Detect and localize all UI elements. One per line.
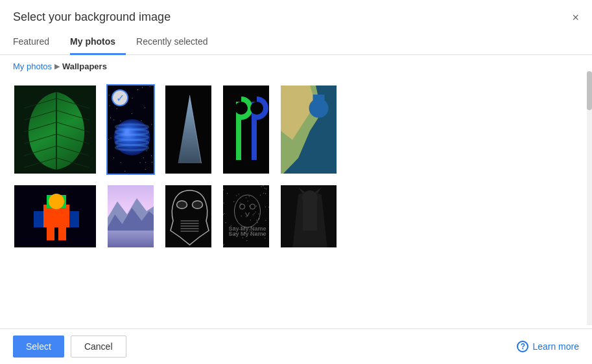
image-thumb-5[interactable]: [279, 84, 338, 175]
image-thumb-8[interactable]: [164, 184, 213, 249]
help-icon: ?: [517, 341, 528, 352]
breadcrumb-parent[interactable]: My photos: [13, 62, 52, 71]
image-thumb-7[interactable]: [106, 184, 155, 249]
image-thumb-10[interactable]: [279, 184, 338, 249]
breadcrumb-separator: ▶: [54, 62, 60, 71]
image-thumb-3[interactable]: [164, 84, 213, 175]
tab-my-photos[interactable]: My photos: [70, 30, 126, 55]
background-image-dialog: Select your background image × Featured …: [0, 0, 592, 364]
dialog-title: Select your background image: [13, 10, 171, 24]
learn-more-link[interactable]: ? Learn more: [517, 341, 579, 352]
learn-more-label: Learn more: [532, 341, 579, 352]
image-thumb-6[interactable]: [13, 184, 97, 249]
tab-featured[interactable]: Featured: [13, 30, 60, 55]
breadcrumb: My photos ▶ Wallpapers: [0, 55, 592, 78]
close-button[interactable]: ×: [572, 12, 579, 23]
image-row-1: [13, 184, 579, 249]
breadcrumb-current: Wallpapers: [62, 62, 107, 71]
selected-check-icon: ✓: [112, 89, 128, 106]
dialog-header: Select your background image ×: [0, 0, 592, 24]
image-thumb-9[interactable]: [222, 184, 270, 249]
dialog-footer: Select Cancel ? Learn more: [0, 328, 592, 364]
footer-actions: Select Cancel: [13, 336, 126, 358]
tab-recently-selected[interactable]: Recently selected: [136, 30, 219, 55]
cancel-button[interactable]: Cancel: [71, 336, 126, 358]
image-row-0: ✓: [13, 84, 579, 175]
select-button[interactable]: Select: [13, 336, 64, 358]
image-thumb-1[interactable]: [13, 84, 97, 175]
image-thumb-2[interactable]: ✓: [106, 84, 155, 175]
image-thumb-4[interactable]: [222, 84, 270, 175]
scrollbar-track[interactable]: [587, 71, 592, 325]
tabs-container: Featured My photos Recently selected: [0, 29, 592, 55]
images-area: ✓: [0, 78, 592, 328]
scrollbar-thumb[interactable]: [587, 71, 592, 110]
